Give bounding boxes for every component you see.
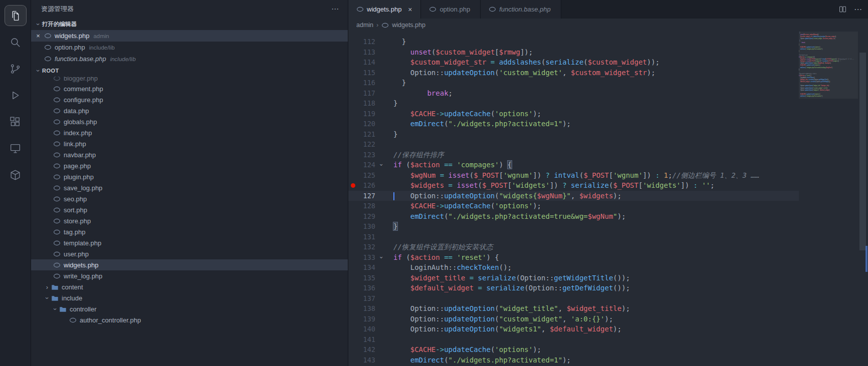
code-line[interactable]: 118} bbox=[348, 98, 799, 109]
open-editor-widgets.php[interactable]: ×widgets.phpadmin bbox=[31, 30, 348, 42]
code-line[interactable]: 132//恢复组件设置到初始安装状态 bbox=[348, 242, 799, 252]
breakpoint-margin[interactable] bbox=[348, 211, 357, 222]
tree-item-save_log.php[interactable]: save_log.php bbox=[31, 182, 348, 193]
breakpoint-margin[interactable] bbox=[348, 283, 357, 293]
breakpoint-margin[interactable] bbox=[348, 232, 357, 242]
more-actions-icon[interactable]: ⋯ bbox=[331, 5, 339, 14]
breakpoint-margin[interactable] bbox=[348, 191, 357, 201]
breakpoint-margin[interactable] bbox=[348, 242, 357, 252]
breakpoint-margin[interactable] bbox=[348, 37, 357, 47]
tree-item-globals.php[interactable]: globals.php bbox=[31, 116, 348, 127]
breakpoint-margin[interactable] bbox=[348, 355, 357, 365]
breakpoint-margin[interactable] bbox=[348, 252, 357, 263]
code-line[interactable]: 116 } bbox=[348, 78, 799, 88]
code-line[interactable]: 135 $widget_title = serialize(Option::ge… bbox=[348, 273, 799, 283]
code-line[interactable]: 123//保存组件排序 bbox=[348, 150, 799, 160]
breakpoint-margin[interactable] bbox=[348, 150, 357, 160]
code-line[interactable]: 139 Option::updateOption("custom_widget"… bbox=[348, 314, 799, 324]
code-line[interactable]: 138 Option::updateOption("widget_title",… bbox=[348, 303, 799, 314]
breakpoint-margin[interactable] bbox=[348, 78, 357, 88]
fold-chevron-icon[interactable]: › bbox=[376, 163, 387, 167]
tree-item-index.php[interactable]: index.php bbox=[31, 127, 348, 138]
code-line[interactable]: 117 break; bbox=[348, 88, 799, 99]
breakpoint-margin[interactable] bbox=[348, 273, 357, 283]
breadcrumb-item[interactable]: widgets.php bbox=[392, 22, 425, 29]
close-icon[interactable]: × bbox=[34, 32, 42, 40]
files-icon[interactable] bbox=[5, 5, 27, 26]
tree-item-navbar.php[interactable]: navbar.php bbox=[31, 149, 348, 160]
breakpoint-margin[interactable] bbox=[348, 109, 357, 119]
code-line[interactable]: 143 emDirect("./widgets.php?activated=1"… bbox=[348, 355, 799, 365]
search-icon[interactable] bbox=[5, 32, 27, 53]
close-icon[interactable]: × bbox=[405, 5, 414, 14]
tab-function.base.php[interactable]: function.base.php bbox=[481, 0, 561, 19]
fold-gutter[interactable]: › bbox=[375, 160, 387, 170]
breakpoint-margin[interactable] bbox=[348, 293, 357, 304]
breakpoint-margin[interactable] bbox=[348, 334, 357, 345]
breakpoint-margin[interactable] bbox=[348, 170, 357, 181]
code-line[interactable]: 114 $custom_widget_str = addslashes(seri… bbox=[348, 57, 799, 68]
package-icon[interactable] bbox=[5, 164, 27, 185]
breakpoint-margin[interactable] bbox=[348, 314, 357, 324]
code-line[interactable]: 121} bbox=[348, 129, 799, 140]
editor-more-actions-icon[interactable]: ⋯ bbox=[854, 5, 862, 14]
code-line[interactable]: 131 bbox=[348, 232, 799, 242]
remote-explorer-icon[interactable] bbox=[5, 138, 27, 159]
tree-item-author_controller.php[interactable]: author_controller.php bbox=[31, 314, 348, 325]
breadcrumb-item[interactable]: admin bbox=[356, 22, 373, 29]
breakpoint-margin[interactable] bbox=[348, 88, 357, 99]
code-line[interactable]: 115 Option::updateOption('custom_widget'… bbox=[348, 68, 799, 78]
tree-item-controller[interactable]: ›controller bbox=[31, 303, 348, 314]
code-line[interactable]: 141 bbox=[348, 334, 799, 345]
tree-item-content[interactable]: ›content bbox=[31, 281, 348, 292]
breakpoint-margin[interactable] bbox=[348, 47, 357, 58]
tree-item-link.php[interactable]: link.php bbox=[31, 138, 348, 149]
tree-item-write_log.php[interactable]: write_log.php bbox=[31, 270, 348, 281]
code-editor[interactable]: 112 }113 unset($custom_widget[$rmwg]);11… bbox=[348, 32, 799, 366]
breakpoint[interactable] bbox=[348, 180, 357, 191]
tree-item-comment.php[interactable]: comment.php bbox=[31, 83, 348, 94]
breakpoint-margin[interactable] bbox=[348, 221, 357, 232]
breakpoint-margin[interactable] bbox=[348, 201, 357, 211]
breakpoint-margin[interactable] bbox=[348, 324, 357, 334]
code-line[interactable]: 119 $CACHE->updateCache('options'); bbox=[348, 109, 799, 119]
scrollbar-thumb[interactable] bbox=[859, 53, 866, 250]
tree-item-user.php[interactable]: user.php bbox=[31, 248, 348, 259]
open-editor-function.base.php[interactable]: function.base.phpinclude/lib bbox=[31, 53, 348, 65]
code-line[interactable]: 136 $default_widget = serialize(Option::… bbox=[348, 283, 799, 293]
breakpoint-margin[interactable] bbox=[348, 68, 357, 78]
run-debug-icon[interactable] bbox=[5, 85, 27, 106]
fold-gutter[interactable]: › bbox=[375, 252, 387, 263]
code-line[interactable]: 125 $wgNum = isset($_POST['wgnum']) ? in… bbox=[348, 170, 799, 181]
breakpoint-margin[interactable] bbox=[348, 262, 357, 273]
breakpoint-margin[interactable] bbox=[348, 129, 357, 140]
tree-item-seo.php[interactable]: seo.php bbox=[31, 193, 348, 204]
tree-item-include[interactable]: ›include bbox=[31, 292, 348, 303]
tree-item-tag.php[interactable]: tag.php bbox=[31, 226, 348, 237]
code-line[interactable]: 140 Option::updateOption("widgets1", $de… bbox=[348, 324, 799, 334]
breakpoint-margin[interactable] bbox=[348, 344, 357, 355]
code-line[interactable]: 112 } bbox=[348, 37, 799, 47]
code-line[interactable]: 113 unset($custom_widget[$rmwg]); bbox=[348, 47, 799, 58]
open-editor-option.php[interactable]: option.phpinclude/lib bbox=[31, 42, 348, 53]
breakpoint-margin[interactable] bbox=[348, 119, 357, 129]
code-line[interactable]: 126 $widgets = isset($_POST['widgets']) … bbox=[348, 180, 799, 191]
code-line[interactable]: 127 Option::updateOption("widgets{$wgNum… bbox=[348, 191, 799, 201]
code-line[interactable]: 129 emDirect("./widgets.php?activated=tr… bbox=[348, 211, 799, 222]
tree-item-page.php[interactable]: page.php bbox=[31, 160, 348, 171]
code-line[interactable]: 130} bbox=[348, 221, 799, 232]
tree-item-plugin.php[interactable]: plugin.php bbox=[31, 171, 348, 182]
tree-item-widgets.php[interactable]: widgets.php bbox=[31, 259, 348, 270]
code-line[interactable]: 128 $CACHE->updateCache('options'); bbox=[348, 201, 799, 211]
code-line[interactable]: 120 emDirect("./widgets.php?activated=1"… bbox=[348, 119, 799, 129]
code-line[interactable]: 133›if ($action == 'reset') { bbox=[348, 252, 799, 263]
open-editors-header[interactable]: › 打开的编辑器 bbox=[31, 18, 348, 30]
split-editor-icon[interactable] bbox=[838, 5, 847, 14]
code-line[interactable]: 137 bbox=[348, 293, 799, 304]
tree-item-blogger.php[interactable]: blogger.php bbox=[31, 77, 348, 83]
code-line[interactable]: 142 $CACHE->updateCache('options'); bbox=[348, 344, 799, 355]
tree-item-template.php[interactable]: template.php bbox=[31, 237, 348, 248]
code-line[interactable]: 134 LoginAuth::checkToken(); bbox=[348, 262, 799, 273]
breakpoint-margin[interactable] bbox=[348, 98, 357, 109]
tab-option.php[interactable]: option.php bbox=[421, 0, 481, 19]
